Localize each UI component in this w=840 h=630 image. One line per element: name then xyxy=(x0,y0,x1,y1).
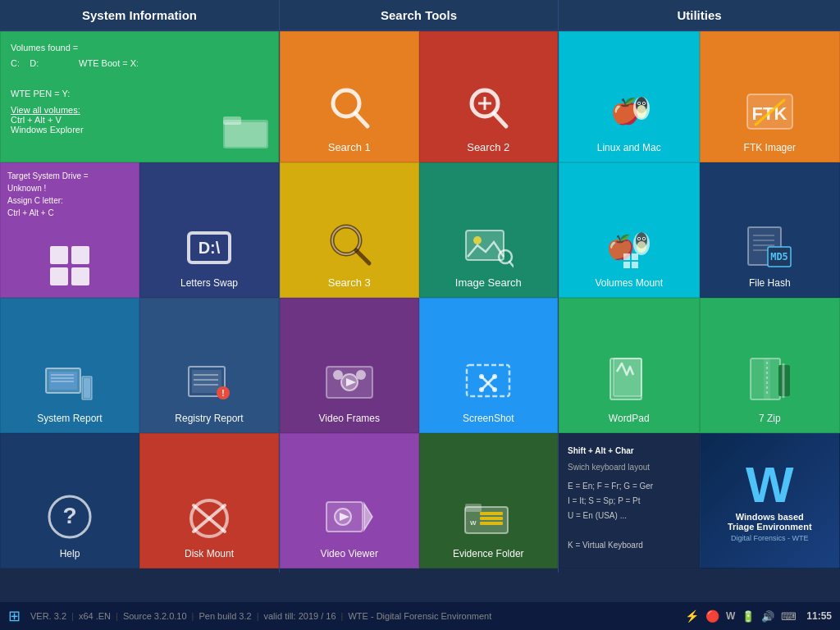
video-frames-icon xyxy=(325,362,374,408)
svg-rect-10 xyxy=(49,372,77,390)
search2-label: Search 2 xyxy=(467,141,509,153)
taskbar-icon-3[interactable]: W xyxy=(726,610,735,622)
registry-report-tile[interactable]: ! Registry Report xyxy=(139,298,279,433)
svg-rect-61 xyxy=(480,522,503,525)
target-system-tile[interactable]: Target System Drive =Unknown !Assign C l… xyxy=(0,162,139,298)
svg-point-38 xyxy=(473,236,482,244)
svg-point-81 xyxy=(643,238,645,240)
video-viewer-tile[interactable]: Video Viewer xyxy=(280,433,419,568)
video-frames-label: Video Frames xyxy=(319,413,380,424)
svg-line-31 xyxy=(494,113,506,126)
registry-report-icon: ! xyxy=(185,362,233,408)
search3-icon xyxy=(325,219,374,272)
pen-build-label: Pen build 3.2 xyxy=(199,611,251,621)
clock: 11:55 xyxy=(806,610,832,622)
svg-point-69 xyxy=(638,103,640,104)
keyboard-info-tile: Shift + Alt + Char Swich keyboard layout… xyxy=(559,433,700,568)
file-hash-label: File Hash xyxy=(749,277,791,289)
help-tile[interactable]: ? Help xyxy=(0,433,139,568)
file-hash-icon: MD5 xyxy=(745,224,794,272)
letters-swap-label: Letters Swap xyxy=(180,277,238,289)
svg-text:?: ? xyxy=(62,503,76,528)
header-search-label: Search Tools xyxy=(381,8,457,22)
linux-mac-icon: 🍎 xyxy=(602,90,655,139)
svg-rect-3 xyxy=(50,246,68,264)
video-frames-tile[interactable]: Video Frames xyxy=(280,298,419,433)
search2-tile[interactable]: Search 2 xyxy=(419,31,559,162)
video-viewer-label: Video Viewer xyxy=(321,548,378,559)
ftk-imager-label: FTK Imager xyxy=(744,142,796,153)
svg-rect-17 xyxy=(192,370,221,393)
keyboard-langs: E = En; F = Fr; G = Ger I = It; S = Sp; … xyxy=(568,479,691,553)
svg-point-45 xyxy=(356,370,366,380)
volumes-mount-tile[interactable]: 🍎 Volumes Mount xyxy=(559,162,700,298)
letters-swap-tile[interactable]: D:\ Letters Swap xyxy=(139,162,279,298)
svg-text:MD5: MD5 xyxy=(770,251,788,262)
evidence-folder-tile[interactable]: W Evidence Folder xyxy=(419,433,559,568)
header-utils-label: Utilities xyxy=(677,8,721,22)
search3-tile[interactable]: Search 3 xyxy=(280,162,419,298)
screenshot-tile[interactable]: ScreenShot xyxy=(419,298,559,433)
drive-icon: D:\ xyxy=(185,226,233,272)
taskbar-icon-1[interactable]: ⚡ xyxy=(685,609,699,623)
svg-rect-94 xyxy=(614,358,641,396)
source-label: Source 3.2.0.10 xyxy=(123,611,187,621)
video-viewer-icon xyxy=(325,497,374,543)
svg-text:!: ! xyxy=(221,389,224,398)
svg-rect-59 xyxy=(480,512,503,515)
svg-line-40 xyxy=(509,262,514,267)
folder-icon xyxy=(223,113,268,152)
taskbar-icon-6[interactable]: ⌨ xyxy=(781,610,797,623)
svg-rect-85 xyxy=(632,262,638,268)
taskbar-icon-2[interactable]: 🔴 xyxy=(705,609,719,623)
header-search-tools: Search Tools xyxy=(279,0,558,31)
wte-desc-status: WTE - Digital Forensic Environment xyxy=(348,611,491,621)
volumes-mount-label: Volumes Mount xyxy=(595,277,663,289)
image-search-label: Image Search xyxy=(455,276,522,289)
arch-label: x64 .EN xyxy=(79,611,111,621)
windows-icon xyxy=(7,219,132,290)
ver-label: VER. 3.2 xyxy=(30,611,66,621)
taskbar-icon-5[interactable]: 🔊 xyxy=(761,610,774,623)
svg-point-70 xyxy=(643,103,645,104)
wordpad-tile[interactable]: WordPad xyxy=(559,298,700,433)
svg-point-66 xyxy=(637,105,646,118)
svg-point-50 xyxy=(492,374,497,379)
wte-desc-label: Digital Forensics - WTE xyxy=(731,534,809,542)
evidence-folder-icon: W xyxy=(463,497,513,543)
wte-windows-label: Windows based xyxy=(736,512,804,522)
search2-icon xyxy=(463,84,513,136)
start-button[interactable]: ⊞ xyxy=(8,607,21,625)
help-label: Help xyxy=(60,548,80,559)
screenshot-icon xyxy=(463,362,513,408)
zip7-label: 7 Zip xyxy=(759,413,781,424)
help-icon: ? xyxy=(47,494,93,543)
linux-mac-label: Linux and Mac xyxy=(597,142,661,153)
ftk-imager-tile[interactable]: FTK FTK Imager xyxy=(700,31,841,162)
screenshot-label: ScreenShot xyxy=(463,413,514,424)
search3-label: Search 3 xyxy=(328,276,371,289)
search1-tile[interactable]: Search 1 xyxy=(280,31,419,162)
file-hash-tile[interactable]: MD5 File Hash xyxy=(700,162,841,298)
image-search-icon xyxy=(463,226,514,272)
image-search-tile[interactable]: Image Search xyxy=(419,162,559,298)
taskbar-icon-4[interactable]: 🔋 xyxy=(742,610,755,623)
system-report-label: System Report xyxy=(37,413,102,424)
zip7-tile[interactable]: 7 Zip xyxy=(700,298,841,433)
svg-point-49 xyxy=(479,374,484,379)
header-system-information: System Information xyxy=(0,0,279,31)
svg-rect-2 xyxy=(225,122,267,147)
volumes-info-tile[interactable]: Volumes found = C: D: WTE Boot = X: WTE … xyxy=(0,31,279,162)
svg-text:W: W xyxy=(470,519,477,527)
system-report-tile[interactable]: System Report xyxy=(0,298,139,433)
svg-rect-60 xyxy=(480,517,503,520)
keyboard-shortcut-title: Shift + Alt + Char xyxy=(568,444,691,459)
svg-rect-4 xyxy=(71,246,89,264)
wte-brand-tile[interactable]: W Windows based Triage Environment Digit… xyxy=(700,433,841,568)
svg-rect-83 xyxy=(632,253,638,260)
disk-mount-tile[interactable]: Disk Mount xyxy=(139,433,279,568)
linux-mac-tile[interactable]: 🍎 Linux and Mac xyxy=(559,31,700,162)
status-bar: ⊞ VER. 3.2 | x64 .EN | Source 3.2.0.10 |… xyxy=(0,602,840,630)
svg-point-51 xyxy=(479,387,484,392)
svg-line-29 xyxy=(355,113,368,126)
